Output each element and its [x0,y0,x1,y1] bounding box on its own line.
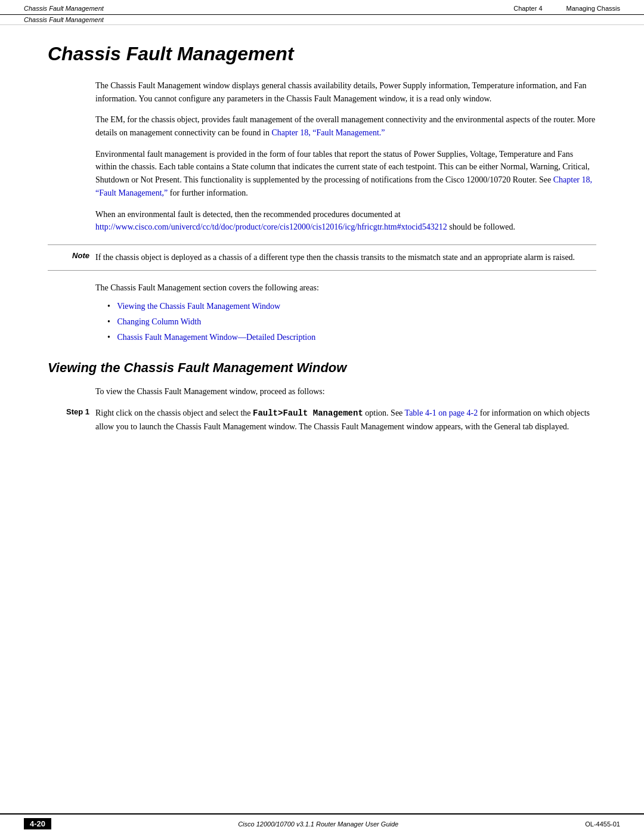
bullet-link-2[interactable]: Changing Column Width [117,317,201,326]
paragraph-4-after: should be followed. [447,222,515,231]
step-1-middle: option. See [363,408,405,417]
step-1-before: Right click on the chassis object and se… [95,408,253,417]
cisco-url-link[interactable]: http://www.cisco.com/univercd/cc/td/doc/… [95,222,447,231]
header-chapter: Chapter 4 [513,5,542,12]
note-text: If the chassis object is deployed as a c… [95,251,596,264]
section1-heading: Viewing the Chassis Fault Management Win… [48,360,596,376]
bullet-list: Viewing the Chassis Fault Management Win… [107,300,596,343]
bullet-link-1[interactable]: Viewing the Chassis Fault Management Win… [117,302,280,311]
bullet-item-3[interactable]: Chassis Fault Management Window—Detailed… [107,331,596,344]
table-4-1-link[interactable]: Table 4-1 on page 4-2 [405,408,478,417]
step-1-mono: Fault>Fault Management [253,408,363,418]
paragraph-4-before: When an environmental fault is detected,… [95,210,401,219]
header-section: Managing Chassis [566,5,621,12]
footer-page-number: 4-20 [24,818,51,829]
paragraph-4: When an environmental fault is detected,… [95,208,596,234]
footer-doc-title: Cisco 12000/10700 v3.1.1 Router Manager … [238,820,398,828]
note-box: Note If the chassis object is deployed a… [48,244,596,271]
header-section-label: Chassis Fault Management [24,5,104,12]
note-label: Note [48,251,95,264]
paragraph-1: The Chassis Fault Management window disp… [95,79,596,105]
paragraph-3-before: Environmental fault management is provid… [95,150,590,184]
paragraph-2: The EM, for the chassis object, provides… [95,113,596,139]
page-header: Chassis Fault Management Chapter 4 Manag… [0,0,644,15]
bullet-link-3[interactable]: Chassis Fault Management Window—Detailed… [117,333,315,342]
bullet-item-1[interactable]: Viewing the Chassis Fault Management Win… [107,300,596,313]
paragraph-3: Environmental fault management is provid… [95,148,596,200]
header-left: Chassis Fault Management [24,5,104,12]
bullet-item-2[interactable]: Changing Column Width [107,315,596,329]
section-intro: The Chassis Fault Management section cov… [95,281,596,295]
section1-intro: To view the Chassis Fault Management win… [95,385,596,398]
step-1-label: Step 1 [48,407,95,433]
step-1-text: Right click on the chassis object and se… [95,407,596,433]
footer-doc-number: OL-4455-01 [585,820,620,828]
step-1-block: Step 1 Right click on the chassis object… [48,407,596,433]
main-content: Chassis Fault Management The Chassis Fau… [0,25,644,490]
breadcrumb-text: Chassis Fault Management [24,16,104,23]
paragraph-1-text: The Chassis Fault Management window disp… [95,81,586,103]
page-footer: 4-20 Cisco 12000/10700 v3.1.1 Router Man… [0,813,644,833]
header-right: Chapter 4 Managing Chassis [513,5,620,12]
chapter18-link[interactable]: Chapter 18, “Fault Management.” [271,128,385,137]
chapter-title: Chassis Fault Management [48,43,596,65]
breadcrumb: Chassis Fault Management [0,15,644,25]
paragraph-3-after: for further information. [168,188,248,197]
